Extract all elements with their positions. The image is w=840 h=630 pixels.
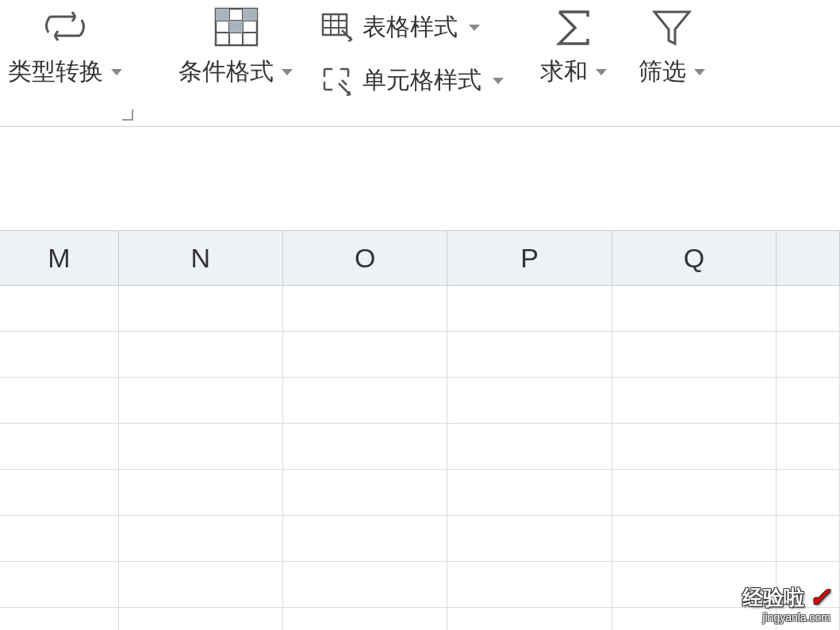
- table-style-icon: [321, 13, 355, 43]
- dialog-launcher-icon[interactable]: [122, 109, 133, 121]
- cell[interactable]: [119, 378, 283, 423]
- grid-rows: [0, 286, 840, 630]
- chevron-down-icon: [596, 69, 607, 75]
- cell-style-button[interactable]: 单元格样式: [321, 64, 504, 97]
- cell[interactable]: [777, 516, 840, 561]
- cell[interactable]: [0, 378, 119, 423]
- column-header[interactable]: P: [447, 231, 612, 285]
- column-headers-row: M N O P Q: [0, 230, 840, 286]
- cell[interactable]: [447, 378, 612, 423]
- spreadsheet-grid: M N O P Q: [0, 230, 840, 630]
- cell[interactable]: [447, 562, 612, 607]
- table-row: [0, 332, 840, 378]
- cell[interactable]: [0, 424, 119, 469]
- sum-button[interactable]: 求和: [540, 0, 607, 88]
- table-row: [0, 378, 840, 424]
- ribbon-group-sum: 求和: [516, 0, 623, 103]
- chevron-down-icon: [694, 69, 705, 75]
- type-convert-button[interactable]: 类型转换: [8, 0, 122, 88]
- column-header[interactable]: [777, 231, 840, 285]
- funnel-icon: [648, 0, 696, 56]
- cell[interactable]: [119, 286, 283, 331]
- grid-format-icon: [208, 0, 263, 56]
- watermark: 经验啦 ✓ jingyanla.com: [742, 582, 830, 624]
- cell[interactable]: [612, 424, 777, 469]
- cell[interactable]: [447, 424, 612, 469]
- cell[interactable]: [447, 516, 612, 561]
- conditional-format-button[interactable]: 条件格式: [178, 0, 293, 88]
- column-header[interactable]: M: [0, 231, 119, 285]
- cell[interactable]: [0, 562, 119, 607]
- cell[interactable]: [447, 608, 612, 630]
- column-header[interactable]: Q: [612, 231, 777, 285]
- cell[interactable]: [0, 332, 119, 377]
- cell[interactable]: [777, 286, 840, 331]
- cell[interactable]: [283, 378, 447, 423]
- cell[interactable]: [447, 470, 612, 515]
- ribbon-group-filter: 筛选: [623, 0, 721, 103]
- cell[interactable]: [119, 562, 283, 607]
- chevron-down-icon: [282, 69, 293, 75]
- ribbon-group-type-convert: 类型转换: [0, 0, 138, 103]
- cell[interactable]: [0, 516, 119, 561]
- cell[interactable]: [612, 286, 777, 331]
- cell-style-label: 单元格样式: [362, 64, 481, 97]
- sigma-icon: [550, 0, 597, 56]
- cell[interactable]: [777, 378, 840, 423]
- type-convert-label: 类型转换: [8, 56, 103, 88]
- table-style-button[interactable]: 表格样式: [321, 11, 480, 44]
- conditional-format-label: 条件格式: [178, 56, 274, 88]
- checkmark-icon: ✓: [809, 582, 830, 613]
- chevron-down-icon: [469, 25, 480, 31]
- table-row: [0, 562, 840, 608]
- cell[interactable]: [612, 516, 777, 561]
- table-style-label: 表格样式: [362, 11, 458, 44]
- cell[interactable]: [119, 470, 283, 515]
- cell[interactable]: [119, 424, 283, 469]
- watermark-url: jingyanla.com: [742, 611, 830, 624]
- cell[interactable]: [283, 286, 447, 331]
- cell[interactable]: [119, 332, 283, 377]
- cell[interactable]: [777, 470, 840, 515]
- svg-rect-5: [216, 9, 229, 21]
- cell[interactable]: [447, 286, 612, 331]
- watermark-text: 经验啦: [742, 584, 804, 612]
- ribbon-group-styles: 表格样式 单元格样式: [309, 0, 516, 103]
- cell-style-icon: [321, 66, 355, 96]
- table-row: [0, 470, 840, 516]
- cell[interactable]: [0, 608, 119, 630]
- cell[interactable]: [612, 332, 777, 377]
- column-header[interactable]: O: [283, 231, 447, 285]
- chevron-down-icon: [111, 69, 122, 75]
- cell[interactable]: [119, 608, 283, 630]
- cell[interactable]: [283, 516, 447, 561]
- column-header[interactable]: N: [119, 231, 283, 285]
- svg-rect-7: [243, 9, 257, 21]
- cell[interactable]: [283, 424, 447, 469]
- chevron-down-icon: [493, 78, 504, 84]
- cell[interactable]: [447, 332, 612, 377]
- cycle-icon: [39, 0, 91, 56]
- cell[interactable]: [283, 608, 447, 630]
- sum-label: 求和: [540, 56, 588, 88]
- cell[interactable]: [283, 470, 447, 515]
- cell[interactable]: [777, 332, 840, 377]
- ribbon-toolbar: 类型转换 条件格式: [0, 0, 840, 127]
- cell[interactable]: [612, 470, 777, 515]
- table-row: [0, 286, 840, 332]
- cell[interactable]: [119, 516, 283, 561]
- filter-button[interactable]: 筛选: [639, 0, 705, 88]
- cell[interactable]: [0, 286, 119, 331]
- formula-bar-area: [0, 127, 840, 230]
- svg-rect-6: [229, 21, 243, 33]
- filter-label: 筛选: [639, 56, 686, 88]
- cell[interactable]: [777, 424, 840, 469]
- cell[interactable]: [612, 378, 777, 423]
- ribbon-group-conditional-format: 条件格式: [163, 0, 309, 103]
- cell[interactable]: [283, 332, 447, 377]
- table-row: [0, 608, 840, 630]
- table-row: [0, 424, 840, 470]
- table-row: [0, 516, 840, 562]
- cell[interactable]: [283, 562, 447, 607]
- cell[interactable]: [0, 470, 119, 515]
